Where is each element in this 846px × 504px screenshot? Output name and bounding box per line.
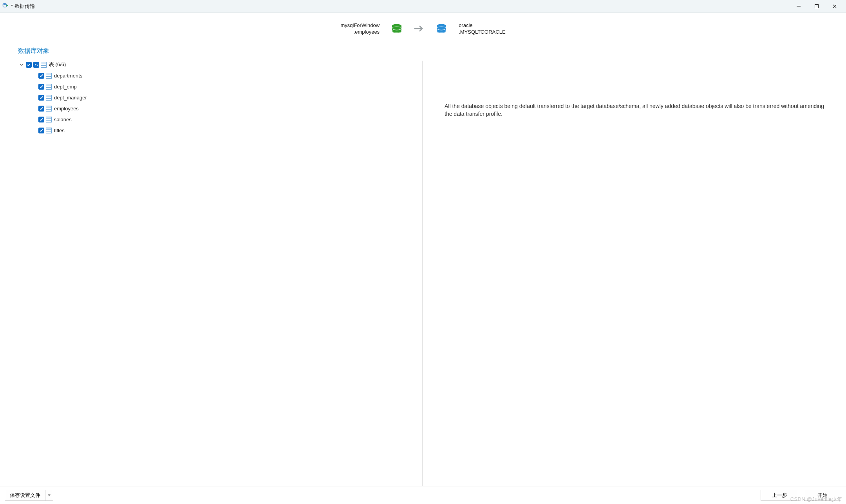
tree-item[interactable]: titles [17,125,405,136]
tree-root-row[interactable]: 表 (6/6) [17,59,405,70]
close-button[interactable] [826,0,844,13]
target-schema: .MYSQLTOORACLE [459,29,505,36]
table-icon [46,117,52,122]
checkbox-item[interactable] [38,73,44,79]
previous-button[interactable]: 上一步 [761,490,798,501]
table-icon [46,84,52,90]
tree-item-label: dept_manager [53,95,87,101]
object-tree: 表 (6/6) departmentsdept_empdept_managere… [17,59,405,136]
tree-item-label: dept_emp [53,84,77,90]
titlebar: * 数据传输 [0,0,846,13]
tree-item-label: departments [53,73,82,79]
database-source-icon [390,23,403,34]
checkbox-item[interactable] [38,117,44,122]
arrow-right-icon [414,25,424,34]
tree-item[interactable]: dept_emp [17,81,405,92]
source-connection: mysqlForWindow [340,22,380,29]
checkbox-item[interactable] [38,84,44,90]
target-connection: oracle [459,22,472,29]
svg-rect-1 [815,4,819,8]
tree-item-label: salaries [53,117,72,122]
chevron-down-icon[interactable] [19,62,24,67]
tree-item-label: employees [53,106,79,112]
start-button[interactable]: 开始 [804,490,841,501]
checkbox-item[interactable] [38,128,44,133]
footer: 保存设置文件 上一步 开始 [0,486,846,504]
minimize-button[interactable] [790,0,808,13]
object-tree-pane: 表 (6/6) departmentsdept_empdept_managere… [0,59,422,498]
app-icon [2,2,9,10]
section-heading: 数据库对象 [0,45,846,59]
save-profile-dropdown[interactable] [45,490,53,501]
checkbox-item[interactable] [38,95,44,101]
tree-item[interactable]: departments [17,70,405,81]
checkbox-item[interactable] [38,106,44,112]
database-target-icon [435,23,448,34]
table-icon [41,62,47,68]
save-profile-button[interactable]: 保存设置文件 [5,490,45,501]
table-icon [46,106,52,112]
maximize-button[interactable] [808,0,826,13]
tree-root-label: 表 (6/6) [48,61,66,68]
window-title: * 数据传输 [11,3,35,10]
main-area: 表 (6/6) departmentsdept_empdept_managere… [0,59,846,498]
transfer-header: mysqlForWindow .employees oracle .MYSQLT… [0,13,846,45]
description-text: All the database objects being default t… [445,102,825,118]
description-pane: All the database objects being default t… [422,61,846,498]
tree-item[interactable]: salaries [17,114,405,125]
tree-item-label: titles [53,128,65,133]
table-icon [46,128,52,133]
link-icon [33,62,39,68]
tree-item[interactable]: employees [17,103,405,114]
table-icon [46,73,52,79]
table-icon [46,95,52,101]
target-label: oracle .MYSQLTOORACLE [459,22,505,36]
tree-item[interactable]: dept_manager [17,92,405,103]
svg-point-0 [3,3,7,5]
source-schema: .employees [354,29,380,36]
source-label: mysqlForWindow .employees [340,22,380,36]
checkbox-root[interactable] [26,62,32,68]
